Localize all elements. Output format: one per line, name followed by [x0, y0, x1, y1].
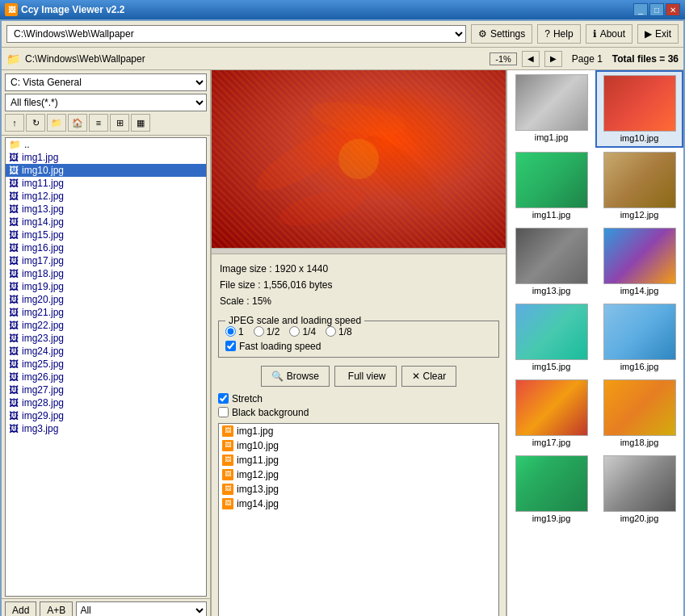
up-dir-button[interactable]: ↑ — [5, 114, 24, 132]
thumbnail-cell[interactable]: img1.jpg — [507, 70, 595, 148]
playlist-item[interactable]: 🖼 img1.jpg — [219, 424, 498, 438]
stretch-checkbox[interactable] — [218, 393, 229, 404]
settings-button[interactable]: ⚙ Settings — [471, 24, 532, 44]
list-item[interactable]: 🖼img17.jpg — [6, 254, 206, 267]
list-item[interactable]: 🖼img21.jpg — [6, 306, 206, 319]
browse-button[interactable]: 🔍 Browse — [261, 366, 330, 387]
fast-loading-checkbox[interactable] — [225, 341, 236, 351]
prev-button[interactable]: ◀ — [522, 51, 540, 67]
concat-button[interactable]: A+B — [40, 601, 73, 616]
list-item[interactable]: 🖼 img1.jpg — [6, 151, 206, 164]
thumbnail-cell[interactable]: img10.jpg — [595, 70, 683, 148]
fast-loading-row: Fast loading speed — [225, 341, 492, 352]
thumbnail-panel[interactable]: img1.jpg img10.jpg img11.jpg img12.jpg i… — [506, 70, 683, 616]
file-icon: 🖼 — [9, 268, 19, 279]
list-item[interactable]: 🖼img16.jpg — [6, 241, 206, 254]
home-button[interactable]: 🏠 — [68, 114, 87, 132]
list-item[interactable]: 🖼 img10.jpg — [6, 164, 206, 177]
playlist-item[interactable]: 🖼 img13.jpg — [219, 482, 498, 497]
black-bg-label[interactable]: Black background — [232, 407, 309, 418]
black-bg-checkbox[interactable] — [218, 407, 229, 417]
list-item[interactable]: 🖼img3.jpg — [6, 422, 206, 435]
thumbnail-img17 — [515, 379, 588, 436]
jpeg-opt-half[interactable]: 1/2 — [254, 326, 280, 337]
list-item[interactable]: 🖼img20.jpg — [6, 293, 206, 306]
help-button[interactable]: ? Help — [537, 24, 580, 44]
exit-button[interactable]: ▶ Exit — [637, 24, 679, 44]
file-icon: 🖼 — [9, 203, 19, 215]
list-item[interactable]: 🖼img28.jpg — [6, 396, 206, 409]
current-path: C:\Windows\Web\Wallpaper — [25, 53, 485, 65]
thumbnail-cell[interactable]: img14.jpg — [595, 224, 683, 300]
thumbnail-cell[interactable]: img16.jpg — [595, 300, 683, 375]
new-folder-button[interactable]: 📁 — [47, 114, 66, 132]
list-item[interactable]: 🖼img19.jpg — [6, 280, 206, 293]
jpeg-opt-quarter[interactable]: 1/4 — [289, 326, 316, 337]
thumbnail-cell[interactable]: img19.jpg — [507, 451, 595, 527]
list-item[interactable]: 🖼img15.jpg — [6, 228, 206, 241]
scope-select[interactable]: All — [76, 601, 207, 616]
total-files: Total files = 36 — [612, 53, 679, 65]
drive-select[interactable]: C: Vista General — [5, 73, 207, 91]
file-list-container[interactable]: 📁 .. 🖼 img1.jpg 🖼 img10.jpg 🖼img11.jpg 🖼… — [5, 137, 207, 597]
playlist[interactable]: 🖼 img1.jpg 🖼 img10.jpg 🖼 img11.jpg 🖼 img… — [218, 423, 499, 616]
thumbnail-label: img1.jpg — [535, 132, 569, 142]
thumbnail-cell[interactable]: img15.jpg — [507, 300, 595, 375]
thumbnail-img14 — [603, 228, 676, 284]
about-button[interactable]: ℹ About — [586, 24, 632, 44]
jpeg-opt-eighth[interactable]: 1/8 — [326, 326, 352, 337]
image-preview[interactable] — [212, 70, 506, 248]
list-item[interactable]: 🖼img26.jpg — [6, 371, 206, 383]
clear-button[interactable]: ✕ Clear — [401, 366, 457, 387]
file-icon: 🖼 — [9, 371, 19, 383]
list-item[interactable]: 🖼img25.jpg — [6, 358, 206, 371]
full-view-button[interactable]: Full view — [334, 366, 397, 387]
refresh-button[interactable]: ↻ — [26, 114, 45, 132]
list-item[interactable]: 🖼img29.jpg — [6, 409, 206, 422]
list-item[interactable]: 🖼img24.jpg — [6, 345, 206, 358]
thumbnail-cell[interactable]: img17.jpg — [507, 375, 595, 451]
parent-dir-item[interactable]: 📁 .. — [6, 138, 206, 151]
next-button[interactable]: ▶ — [544, 51, 562, 67]
thumbnail-img20 — [603, 455, 676, 512]
fast-loading-label[interactable]: Fast loading speed — [239, 341, 321, 352]
list-item[interactable]: 🖼img18.jpg — [6, 267, 206, 280]
list-item[interactable]: 🖼img12.jpg — [6, 190, 206, 203]
list-item[interactable]: 🖼img27.jpg — [6, 383, 206, 396]
page-info: Page 1 — [567, 53, 607, 65]
parent-dir-icon: 📁 — [9, 139, 21, 150]
thumb-view-button[interactable]: ⊞ — [110, 114, 129, 132]
maximize-button[interactable]: □ — [649, 3, 664, 16]
exit-icon: ▶ — [645, 28, 652, 40]
thumbnail-label: img18.jpg — [620, 438, 659, 447]
thumbnail-cell[interactable]: img11.jpg — [507, 148, 595, 224]
playlist-item[interactable]: 🖼 img12.jpg — [219, 467, 498, 482]
playlist-item[interactable]: 🖼 img14.jpg — [219, 497, 498, 511]
path-dropdown[interactable]: C:\Windows\Web\Wallpaper — [6, 25, 466, 43]
list-view-button[interactable]: ≡ — [89, 114, 108, 132]
center-panel: Image size : 1920 x 1440 File size : 1,5… — [212, 70, 506, 616]
list-item[interactable]: 🖼img14.jpg — [6, 216, 206, 228]
file-icon: 🖼 — [9, 423, 19, 434]
playlist-item[interactable]: 🖼 img10.jpg — [219, 438, 498, 453]
thumbnail-label: img19.jpg — [532, 513, 571, 523]
thumbnail-cell[interactable]: img12.jpg — [595, 148, 683, 224]
list-item[interactable]: 🖼img22.jpg — [6, 319, 206, 332]
close-button[interactable]: ✕ — [666, 3, 680, 16]
jpeg-opt-1[interactable]: 1 — [225, 326, 244, 337]
detail-view-button[interactable]: ▦ — [131, 114, 150, 132]
settings-icon: ⚙ — [478, 28, 487, 40]
minimize-button[interactable]: _ — [633, 3, 648, 16]
image-info: Image size : 1920 x 1440 File size : 1,5… — [212, 254, 506, 317]
add-button[interactable]: Add — [5, 601, 36, 616]
stretch-label[interactable]: Stretch — [232, 393, 263, 404]
list-item[interactable]: 🖼img23.jpg — [6, 332, 206, 345]
list-item[interactable]: 🖼img13.jpg — [6, 203, 206, 216]
playlist-item[interactable]: 🖼 img11.jpg — [219, 453, 498, 467]
file-list: 📁 .. 🖼 img1.jpg 🖼 img10.jpg 🖼img11.jpg 🖼… — [6, 138, 206, 435]
filter-select[interactable]: All files(*.*) — [5, 94, 207, 111]
thumbnail-cell[interactable]: img18.jpg — [595, 375, 683, 451]
list-item[interactable]: 🖼img11.jpg — [6, 177, 206, 190]
thumbnail-cell[interactable]: img13.jpg — [507, 224, 595, 300]
thumbnail-cell[interactable]: img20.jpg — [595, 451, 683, 527]
